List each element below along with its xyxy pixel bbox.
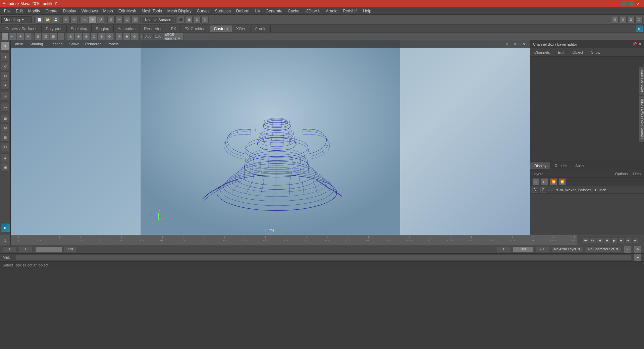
mel-input[interactable] [15,254,631,260]
value-field-2[interactable]: 1.00 [153,34,163,39]
open-scene-button[interactable]: 📂 [44,16,51,23]
tab-show[interactable]: Show [590,50,602,55]
anim-play-back[interactable]: ◀ [604,237,610,243]
render-button[interactable]: ⬛ [177,16,184,23]
tab-sculpting[interactable]: Sculpting [67,26,92,32]
select-tool-btn[interactable]: ↖ [1,42,10,50]
menu-display[interactable]: Display [60,8,78,14]
tab-layers-help[interactable]: Help [632,171,642,177]
anim-next-key[interactable]: ⏭ [625,237,631,243]
stack-btn-2[interactable]: ⊠ [1,123,10,132]
vp-icon3[interactable]: ⊞ [50,33,57,40]
viewport-menu-show[interactable]: Show [68,41,80,47]
viewport-menu-renderer[interactable]: Renderer [84,41,102,47]
toolbar-right-2[interactable]: ⊟ [619,16,627,23]
vp-gamma[interactable]: sRGB gamma ▼ [164,33,184,40]
viewport-menu-shading[interactable]: Shading [28,41,44,47]
layer-playback[interactable]: P [540,187,546,193]
viewport-3d[interactable]: View Shading Lighting Show Renderer Pane… [11,40,530,235]
menu-cache[interactable]: Cache [285,8,302,14]
range-end-input[interactable] [63,247,77,252]
timeline-ruler[interactable]: 5 10 15 20 25 30 35 40 45 50 5 [11,235,577,245]
save-scene-button[interactable]: 💾 [52,16,59,23]
menu-generate[interactable]: Generate [263,8,285,14]
layer-btn-2[interactable]: ⏭ [541,178,548,186]
tab-anim[interactable]: Anim [571,162,588,169]
layer-visibility[interactable]: V [532,187,538,193]
anim-skip-end[interactable]: ⏮ [632,237,638,243]
viewport-menu-panels[interactable]: Panels [106,41,120,47]
menu-uv[interactable]: UV [252,8,263,14]
vp-icon8[interactable]: ⊙ [90,33,98,40]
current-frame-input[interactable] [3,246,16,252]
vp-icon12[interactable]: ◉ [123,33,130,40]
panel-close-icon[interactable]: ✕ [638,42,641,46]
menu-mesh-display[interactable]: Mesh Display [165,8,194,14]
vp-icon13[interactable]: ⊚ [131,33,138,40]
anim-start-input[interactable] [497,247,510,252]
new-scene-button[interactable]: 📄 [36,16,43,23]
tab-rendering[interactable]: Rendering [140,26,167,32]
anim-next-frame[interactable]: ▶ [618,237,624,243]
stack-btn-1[interactable]: ⊞ [1,114,10,123]
menu-3dtoall[interactable]: -3DtoAll- [302,8,323,14]
mode-selector[interactable]: Modeling ▼ [1,16,32,23]
anim-skip-start[interactable]: ⏮ [583,237,589,243]
range-start-input[interactable] [19,247,32,252]
menu-modify[interactable]: Modify [25,8,43,14]
menu-curves[interactable]: Curves [194,8,212,14]
tab-xgen[interactable]: XGen [232,26,251,32]
anim-layer-selector[interactable]: No Anim Layer ▼ [552,246,583,252]
tab-render[interactable]: Render [551,162,571,169]
vp-paint[interactable]: ✦ [17,33,24,40]
menu-mesh[interactable]: Mesh [100,8,115,14]
menu-help[interactable]: Help [360,8,374,14]
menu-deform[interactable]: Deform [233,8,252,14]
tab-layers[interactable]: Options [613,171,629,177]
anim-prev-key[interactable]: ⏭ [590,237,596,243]
vp-lasso[interactable]: ⋯ [9,33,16,40]
menu-edit-mesh[interactable]: Edit Mesh [116,8,139,14]
vp-icon11[interactable]: ◎ [115,33,123,40]
vp-icon7[interactable]: ⊘ [83,33,90,40]
menu-file[interactable]: File [1,8,13,14]
vp-sculpt[interactable]: ≋ [24,33,32,40]
menu-edit[interactable]: Edit [13,8,25,14]
vp-icon9[interactable]: ⊛ [98,33,105,40]
rotate-tool[interactable]: ↺ [97,16,104,23]
mel-run-btn[interactable]: ▶ [634,254,641,261]
snap-grid[interactable]: ⊞ [107,16,115,23]
stack-btn-4[interactable]: ⊡ [1,142,10,151]
scale-tool-btn[interactable]: ⊡ [1,71,10,80]
viewport-menu-lighting[interactable]: Lighting [48,41,64,47]
tab-channels[interactable]: Channels [533,50,551,55]
menu-mesh-tools[interactable]: Mesh Tools [139,8,164,14]
menu-windows[interactable]: Windows [79,8,101,14]
render-refresh[interactable]: ↻ [201,16,209,23]
value-field-1[interactable]: 0.00 [143,34,153,39]
vp-top-icon3[interactable]: ↻ [520,40,527,48]
vp-icon6[interactable]: ⊕ [75,33,82,40]
select-tool[interactable]: ↖ [81,16,88,23]
redo-button[interactable]: ↪ [70,16,78,23]
vp-select[interactable]: ↖ [1,33,9,40]
attribute-editor-tab[interactable]: Attribute Editor [639,67,644,95]
menu-arnold[interactable]: Arnold [323,8,340,14]
channel-box-tab-side[interactable]: Channel Box / Layer Editor [639,96,644,142]
tab-fx-caching[interactable]: FX Caching [180,26,210,32]
tab-animation[interactable]: Animation [114,26,140,32]
snap-surface[interactable]: ◫ [131,16,139,23]
panel-pin-icon[interactable]: 📌 [632,42,637,46]
universal-tool-btn[interactable]: ✦ [1,81,10,90]
minimize-button[interactable]: ─ [621,1,627,6]
vp-icon10[interactable]: ⊜ [106,33,113,40]
tab-fx[interactable]: FX [167,26,180,32]
vp-icon2[interactable]: ⊡ [42,33,49,40]
layer-btn-1[interactable]: ⏮ [532,178,540,186]
tab-arnold[interactable]: Arnold [251,26,271,32]
tab-rigging[interactable]: Rigging [92,26,114,32]
tab-display[interactable]: Display [530,162,551,169]
tab-custom[interactable]: Custom [210,26,232,32]
settings-btn[interactable]: ⚙ [634,246,641,253]
tab-object[interactable]: Object [571,50,584,55]
